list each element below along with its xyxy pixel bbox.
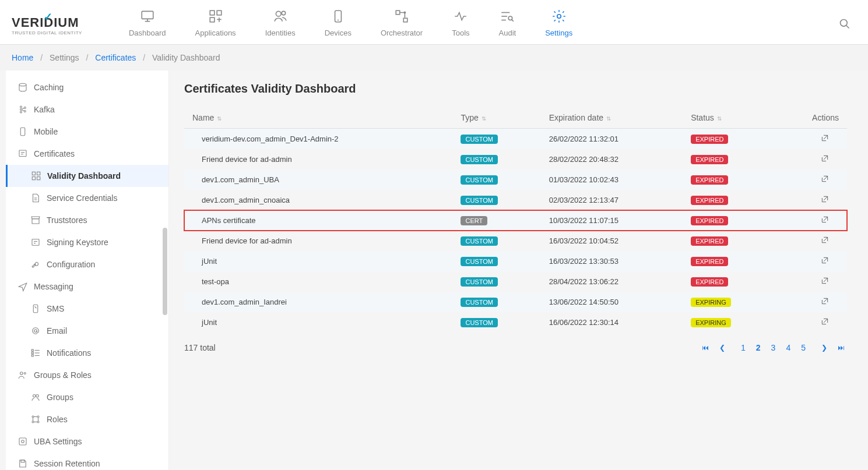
open-action-icon[interactable]	[820, 278, 830, 287]
breadcrumb-home[interactable]: Home	[12, 53, 33, 62]
cell-actions	[776, 190, 847, 210]
sidebar-item-service-credentials[interactable]: Service Credentials	[6, 187, 168, 209]
type-badge: CUSTOM	[461, 298, 497, 307]
cell-actions	[776, 149, 847, 169]
page-number[interactable]: 3	[769, 342, 778, 354]
cell-actions	[776, 231, 847, 251]
cell-actions	[776, 251, 847, 271]
svg-point-26	[20, 109, 22, 111]
sidebar-item-validity-dashboard[interactable]: Validity Dashboard	[6, 165, 168, 187]
logo-tagline: TRUSTED DIGITAL IDENTITY	[12, 30, 82, 36]
svg-rect-44	[33, 305, 38, 313]
table-row: dev1.com_admin_IandreiCUSTOM13/06/2022 1…	[184, 292, 847, 312]
svg-line-29	[22, 108, 24, 109]
open-action-icon[interactable]	[820, 176, 830, 185]
nav-applications[interactable]: Applications	[184, 6, 248, 44]
col-expiration[interactable]: Expiration date ⇅	[541, 107, 683, 129]
svg-line-22	[846, 26, 849, 29]
cell-expiration: 28/02/2022 20:48:32	[541, 149, 683, 169]
sidebar-item-groups[interactable]: Groups	[6, 386, 168, 408]
col-type[interactable]: Type ⇅	[452, 107, 540, 129]
gear-icon	[551, 9, 567, 24]
open-action-icon[interactable]	[820, 238, 830, 246]
pagination: ⏮ ❮ 12345 ❯ ⏭	[700, 342, 847, 354]
nav-devices[interactable]: Devices	[313, 6, 363, 44]
page-next[interactable]: ❯	[819, 342, 830, 353]
sidebar-item-notifications[interactable]: Notifications	[6, 342, 168, 364]
nav-tools[interactable]: Tools	[440, 6, 481, 44]
list-search-icon	[499, 9, 515, 24]
page-number[interactable]: 1	[739, 342, 748, 354]
cell-actions	[776, 271, 847, 292]
cell-status: EXPIRED	[683, 129, 776, 150]
cell-status: EXPIRED	[683, 231, 776, 251]
type-badge: CUSTOM	[461, 277, 497, 287]
scrollbar[interactable]	[163, 228, 167, 315]
col-name[interactable]: Name ⇅	[184, 107, 452, 129]
cell-name: jUnit	[184, 251, 452, 271]
cell-status: EXPIRED	[683, 190, 776, 210]
open-action-icon[interactable]	[820, 299, 830, 308]
status-badge: EXPIRED	[691, 277, 728, 287]
activity-icon	[452, 9, 469, 24]
breadcrumb-current: Validity Dashboard	[152, 53, 220, 62]
mobile-icon	[17, 126, 28, 137]
open-action-icon[interactable]	[820, 258, 830, 267]
svg-point-56	[32, 416, 34, 418]
sidebar-item-caching[interactable]: Caching	[6, 76, 168, 98]
sidebar-item-kafka[interactable]: Kafka	[6, 98, 168, 121]
sidebar-item-mobile[interactable]: Mobile	[6, 121, 168, 143]
open-action-icon[interactable]	[820, 156, 830, 165]
table-row: dev1.com_admin_UBACUSTOM01/03/2022 10:02…	[184, 169, 847, 190]
open-action-icon[interactable]	[820, 197, 830, 206]
svg-rect-31	[20, 128, 25, 136]
open-action-icon[interactable]	[820, 217, 830, 226]
main-nav: Dashboard Applications Identities Device…	[117, 6, 584, 44]
users-icon	[17, 370, 28, 380]
page-first[interactable]: ⏮	[700, 342, 711, 353]
svg-rect-64	[19, 438, 26, 445]
sidebar-item-truststores[interactable]: Truststores	[6, 209, 168, 231]
svg-point-45	[34, 330, 37, 333]
sidebar-item-sms[interactable]: SMS	[6, 298, 168, 320]
page-number[interactable]: 4	[783, 342, 793, 354]
nav-audit[interactable]: Audit	[487, 6, 528, 44]
cell-type: CUSTOM	[452, 292, 540, 312]
cell-type: CUSTOM	[452, 251, 540, 271]
cell-type: CERT	[452, 210, 540, 231]
check-icon: ✓	[44, 10, 53, 23]
sidebar-item-certificates[interactable]: Certificates	[6, 143, 168, 165]
type-badge: CUSTOM	[461, 155, 497, 164]
col-status[interactable]: Status ⇅	[683, 107, 776, 129]
nav-settings[interactable]: Settings	[533, 6, 584, 44]
svg-rect-13	[403, 18, 407, 22]
page-prev[interactable]: ❮	[717, 342, 728, 353]
sidebar-item-configuration[interactable]: Configuration	[6, 253, 168, 275]
sidebar-item-session-retention[interactable]: Session Retention	[6, 453, 168, 470]
search-icon[interactable]	[833, 12, 856, 38]
sidebar-item-email[interactable]: Email	[6, 320, 168, 342]
nav-identities[interactable]: Identities	[254, 6, 307, 44]
page-number[interactable]: 2	[754, 342, 763, 354]
status-badge: EXPIRED	[691, 196, 728, 205]
open-action-icon[interactable]	[820, 319, 830, 328]
sidebar-item-signing-keystore[interactable]: Signing Keystore	[6, 231, 168, 253]
open-action-icon[interactable]	[820, 136, 830, 144]
logo-text: VERIDIUM ✓	[12, 15, 82, 30]
cell-expiration: 01/03/2022 10:02:43	[541, 169, 683, 190]
sidebar-item-messaging[interactable]: Messaging	[6, 275, 168, 298]
grid-icon	[208, 9, 224, 24]
status-badge: EXPIRED	[691, 257, 728, 266]
sidebar-item-roles[interactable]: Roles	[6, 408, 168, 430]
nav-orchestrator[interactable]: Orchestrator	[369, 6, 434, 44]
breadcrumb-certificates[interactable]: Certificates	[95, 53, 136, 62]
nav-dashboard[interactable]: Dashboard	[117, 6, 178, 44]
page-number[interactable]: 5	[799, 342, 808, 354]
brand-logo[interactable]: VERIDIUM ✓ TRUSTED DIGITAL IDENTITY	[12, 15, 82, 36]
sidebar-item-groups-roles[interactable]: Groups & Roles	[6, 364, 168, 386]
page-title: Certificates Validity Dashboard	[184, 82, 847, 96]
cell-status: EXPIRED	[683, 271, 776, 292]
sidebar-item-uba-settings[interactable]: UBA Settings	[6, 430, 168, 453]
type-badge: CUSTOM	[461, 196, 497, 205]
page-last[interactable]: ⏭	[835, 342, 847, 353]
